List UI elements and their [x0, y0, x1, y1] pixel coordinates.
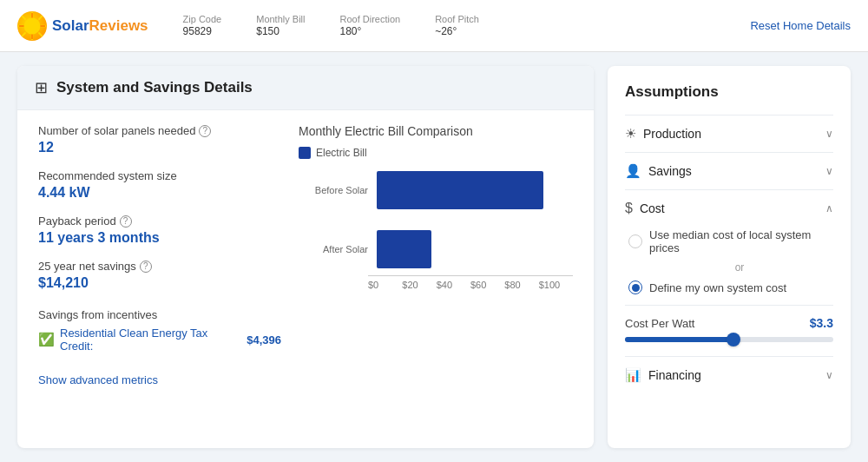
net-savings-value: $14,210	[38, 275, 281, 291]
x-tick-1: $20	[402, 280, 436, 290]
panels-needed-help-icon[interactable]: ?	[199, 125, 211, 137]
monthly-bill-field: Monthly Bill $150	[256, 14, 305, 37]
before-solar-label: Before Solar	[307, 185, 368, 195]
person-icon: 👤	[625, 163, 641, 179]
after-solar-bar	[377, 230, 431, 268]
savings-label: Savings	[648, 164, 692, 178]
roof-direction-field: Roof Direction 180°	[339, 14, 400, 37]
svg-line-9	[23, 33, 25, 36]
after-solar-label: After Solar	[307, 244, 368, 254]
monthly-bill-value: $150	[256, 25, 305, 37]
chart-area: Monthly Electric Bill Comparison Electri…	[299, 124, 573, 386]
zip-code-label: Zip Code	[183, 14, 222, 24]
cost-left: $ Cost	[625, 201, 665, 216]
header: SolarReviews Zip Code 95829 Monthly Bill…	[0, 0, 868, 52]
use-median-label: Use median cost of local system prices	[649, 228, 830, 254]
panel-header: ⊞ System and Savings Details	[17, 66, 594, 110]
cost-per-watt-label: Cost Per Watt	[625, 317, 694, 330]
incentives-block: Savings from incentives ✅ Residential Cl…	[38, 308, 281, 353]
cost-section: $ Cost ∧ Use median cost of local system…	[625, 189, 833, 342]
cost-divider	[625, 305, 833, 306]
define-own-radio[interactable]	[628, 280, 642, 294]
system-size-block: Recommended system size 4.44 kW	[38, 169, 281, 201]
panels-needed-label: Number of solar panels needed ?	[38, 124, 281, 137]
before-solar-bar-container	[377, 171, 573, 209]
cost-per-watt-slider[interactable]	[625, 337, 833, 342]
payback-period-help-icon[interactable]: ?	[120, 215, 132, 228]
grid-icon: ⊞	[35, 78, 48, 97]
slider-thumb[interactable]	[727, 333, 740, 346]
net-savings-help-icon[interactable]: ?	[140, 261, 152, 273]
define-own-cost-option[interactable]: Define my own system cost	[628, 280, 830, 294]
roof-direction-label: Roof Direction	[339, 14, 400, 24]
zip-code-value: 95829	[183, 25, 222, 37]
incentives-label: Savings from incentives	[38, 308, 281, 321]
panel-title: System and Savings Details	[56, 79, 253, 96]
savings-chevron-icon: ∨	[825, 165, 833, 177]
production-left: ☀ Production	[625, 126, 701, 142]
radio-selected-indicator	[632, 284, 640, 292]
incentive-name: Residential Clean Energy Tax Credit:	[60, 327, 241, 353]
assumptions-title: Assumptions	[625, 83, 833, 101]
financing-accordion[interactable]: 📊 Financing ∨	[625, 356, 833, 383]
production-label: Production	[643, 127, 701, 141]
bar-chart: Before Solar After Solar	[307, 171, 573, 268]
net-savings-label: 25 year net savings ?	[38, 260, 281, 273]
use-median-radio[interactable]	[628, 234, 642, 248]
svg-point-1	[26, 20, 37, 31]
roof-pitch-label: Roof Pitch	[435, 14, 479, 24]
x-tick-3: $60	[470, 280, 504, 290]
zip-code-field: Zip Code 95829	[183, 14, 222, 37]
roof-pitch-field: Roof Pitch ~26°	[435, 14, 479, 37]
main-content: ⊞ System and Savings Details Number of s…	[0, 52, 868, 462]
dollar-icon: $	[625, 201, 633, 216]
savings-left: 👤 Savings	[625, 163, 692, 179]
cost-per-watt-value: $3.3	[810, 316, 833, 330]
incentive-row: ✅ Residential Clean Energy Tax Credit: $…	[38, 327, 281, 353]
system-size-label: Recommended system size	[38, 169, 281, 182]
system-savings-panel: ⊞ System and Savings Details Number of s…	[17, 66, 594, 448]
chart-x-axis: $0 $20 $40 $60 $80 $100	[368, 275, 573, 290]
define-own-label: Define my own system cost	[649, 281, 786, 294]
production-chevron-icon: ∨	[825, 128, 833, 140]
incentive-value: $4,396	[247, 333, 281, 346]
payback-period-label: Payback period ?	[38, 214, 281, 228]
svg-line-7	[39, 33, 42, 36]
cost-accordion-header[interactable]: $ Cost ∧	[625, 201, 833, 216]
logo: SolarReviews	[17, 11, 148, 41]
logo-icon	[17, 11, 47, 41]
roof-direction-value: 180°	[339, 25, 400, 37]
savings-accordion[interactable]: 👤 Savings ∨	[625, 152, 833, 189]
financing-icon: 📊	[625, 367, 641, 383]
financing-label: Financing	[648, 368, 701, 382]
panels-needed-block: Number of solar panels needed ? 12	[38, 124, 281, 155]
before-solar-row: Before Solar	[307, 171, 573, 209]
production-accordion[interactable]: ☀ Production ∨	[625, 115, 833, 152]
payback-period-block: Payback period ? 11 years 3 months	[38, 214, 281, 246]
system-size-value: 4.44 kW	[38, 185, 281, 201]
use-median-cost-option[interactable]: Use median cost of local system prices	[628, 228, 830, 254]
cost-options: Use median cost of local system prices o…	[625, 228, 833, 294]
after-solar-row: After Solar	[307, 230, 573, 268]
show-advanced-metrics-link[interactable]: Show advanced metrics	[38, 373, 281, 386]
legend-label: Electric Bill	[316, 147, 367, 159]
x-tick-2: $40	[437, 280, 470, 290]
chart-title: Monthly Electric Bill Comparison	[299, 124, 573, 138]
chart-legend: Electric Bill	[299, 147, 573, 159]
after-solar-bar-container	[377, 230, 573, 268]
payback-period-value: 11 years 3 months	[38, 230, 281, 246]
logo-text: SolarReviews	[52, 17, 148, 35]
monthly-bill-label: Monthly Bill	[256, 14, 305, 24]
cost-per-watt-row: Cost Per Watt $3.3	[625, 316, 833, 330]
before-solar-bar	[377, 171, 543, 209]
x-tick-4: $80	[504, 280, 538, 290]
slider-fill	[625, 337, 733, 342]
cost-chevron-icon: ∧	[825, 202, 833, 214]
reset-home-details-button[interactable]: Reset Home Details	[750, 19, 851, 32]
metrics-column: Number of solar panels needed ? 12 Recom…	[38, 124, 281, 386]
x-tick-0: $0	[368, 280, 402, 290]
assumptions-panel: Assumptions ☀ Production ∨ 👤 Savings ∨ $…	[608, 66, 851, 448]
svg-line-6	[23, 16, 25, 18]
check-icon: ✅	[38, 332, 55, 347]
or-divider: or	[649, 261, 830, 274]
